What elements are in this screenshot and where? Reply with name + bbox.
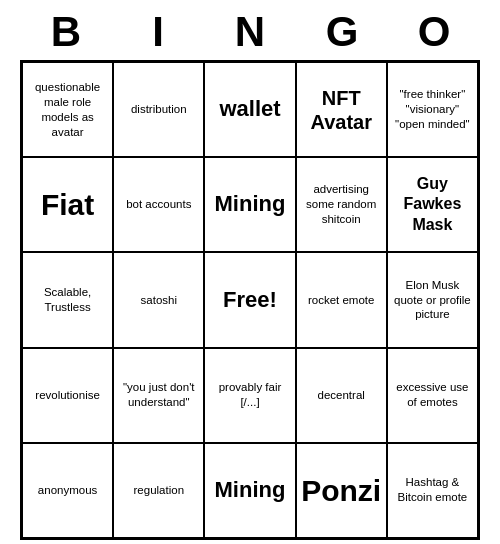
cell-r4-c1: regulation xyxy=(113,443,204,538)
cell-r1-c2: Mining xyxy=(204,157,295,252)
bingo-grid: questionable male role models as avatard… xyxy=(20,60,480,540)
header-letter-i: I xyxy=(118,8,198,56)
cell-r4-c3: Ponzi xyxy=(296,443,387,538)
cell-r2-c3: rocket emote xyxy=(296,252,387,347)
cell-r1-c0: Fiat xyxy=(22,157,113,252)
cell-r3-c3: decentral xyxy=(296,348,387,443)
cell-r1-c1: bot accounts xyxy=(113,157,204,252)
cell-r0-c1: distribution xyxy=(113,62,204,157)
cell-r3-c0: revolutionise xyxy=(22,348,113,443)
cell-r2-c1: satoshi xyxy=(113,252,204,347)
header-letter-b: B xyxy=(26,8,106,56)
cell-r4-c2: Mining xyxy=(204,443,295,538)
cell-r0-c0: questionable male role models as avatar xyxy=(22,62,113,157)
cell-r1-c4: Guy Fawkes Mask xyxy=(387,157,478,252)
cell-r1-c3: advertising some random shitcoin xyxy=(296,157,387,252)
cell-r2-c2: Free! xyxy=(204,252,295,347)
cell-r0-c4: "free thinker" "visionary" "open minded" xyxy=(387,62,478,157)
header-letter-g: G xyxy=(302,8,382,56)
cell-r0-c2: wallet xyxy=(204,62,295,157)
cell-r4-c4: Hashtag & Bitcoin emote xyxy=(387,443,478,538)
header-letter-n: N xyxy=(210,8,290,56)
cell-r3-c2: provably fair [/...] xyxy=(204,348,295,443)
bingo-header: BINGO xyxy=(20,0,480,60)
cell-r3-c4: excessive use of emotes xyxy=(387,348,478,443)
cell-r0-c3: NFT Avatar xyxy=(296,62,387,157)
cell-r3-c1: "you just don't understand" xyxy=(113,348,204,443)
cell-r4-c0: anonymous xyxy=(22,443,113,538)
cell-r2-c4: Elon Musk quote or profile picture xyxy=(387,252,478,347)
header-letter-o: O xyxy=(394,8,474,56)
cell-r2-c0: Scalable, Trustless xyxy=(22,252,113,347)
